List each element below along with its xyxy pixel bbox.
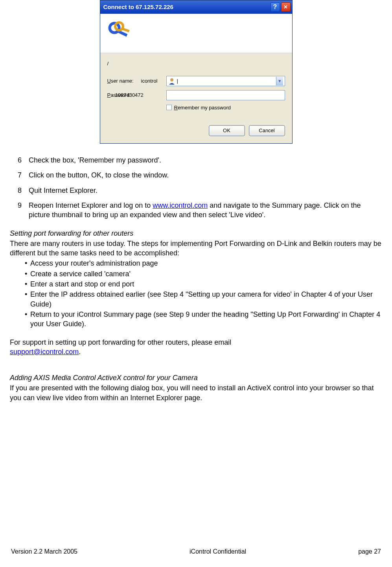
list-item: 7 Click on the button, OK, to close the …	[10, 170, 382, 180]
remember-row: Remember my password	[166, 104, 285, 111]
remember-label: Remember my password	[174, 104, 231, 111]
dialog-title: Connect to 67.125.72.226	[103, 3, 269, 11]
list-item: •Enter the IP address obtained earlier (…	[10, 290, 382, 309]
chevron-down-icon[interactable]: ▾	[276, 77, 283, 85]
list-item: 8 Quit Internet Explorer.	[10, 186, 382, 195]
ok-button[interactable]: OK	[209, 125, 245, 136]
paragraph: If you are presented with the following …	[10, 383, 382, 403]
list-item: 6 Check the box, 'Remember my password'.	[10, 155, 382, 165]
paragraph: For support in setting up port forwardin…	[10, 338, 382, 357]
user-icon	[168, 78, 175, 85]
icontrol-link[interactable]: www.icontrol.com	[153, 201, 208, 209]
list-item: 9 Reopen Internet Explorer and log on to…	[10, 201, 382, 220]
cancel-button[interactable]: Cancel	[249, 125, 285, 136]
footer-page-number: page 27	[358, 547, 381, 556]
username-input[interactable]: | ▾	[166, 76, 285, 86]
list-item: •Access your router's administration pag…	[10, 259, 382, 268]
footer-confidential: iControl Confidential	[77, 547, 358, 556]
username-label: User name: icontrol	[107, 78, 166, 85]
list-item: •Return to your iControl Summary page (s…	[10, 310, 382, 329]
password-label: Password: 1097430472	[107, 92, 166, 99]
help-icon[interactable]: ?	[271, 2, 280, 12]
username-row: User name: icontrol | ▾	[107, 76, 285, 86]
footer-version: Version 2.2 March 2005	[11, 547, 77, 556]
realm-text: /	[107, 59, 285, 69]
password-row: Password: 1097430472	[107, 90, 285, 100]
remember-checkbox[interactable]	[166, 105, 172, 110]
auth-dialog: Connect to 67.125.72.226 ? × /	[100, 0, 293, 144]
list-item: •Create a service called 'camera'	[10, 269, 382, 279]
username-overlay-text: icontrol	[141, 78, 158, 85]
support-email-link[interactable]: support@icontrol.com	[10, 348, 79, 356]
section-heading: Setting port forwarding for other router…	[10, 229, 382, 238]
close-icon[interactable]: ×	[281, 2, 291, 12]
page-footer: Version 2.2 March 2005 iControl Confiden…	[0, 547, 392, 556]
paragraph: There are many routers in use today. The…	[10, 239, 382, 258]
svg-point-4	[170, 78, 173, 81]
password-overlay-text: 1097430472	[115, 92, 144, 99]
password-input[interactable]	[166, 90, 285, 100]
list-item: •Enter a start and stop or end port	[10, 279, 382, 289]
dialog-titlebar: Connect to 67.125.72.226 ? ×	[100, 0, 292, 14]
keys-icon	[107, 19, 131, 41]
svg-rect-3	[120, 27, 129, 32]
section-heading: Adding AXIS Media Control ActiveX contro…	[10, 373, 382, 382]
